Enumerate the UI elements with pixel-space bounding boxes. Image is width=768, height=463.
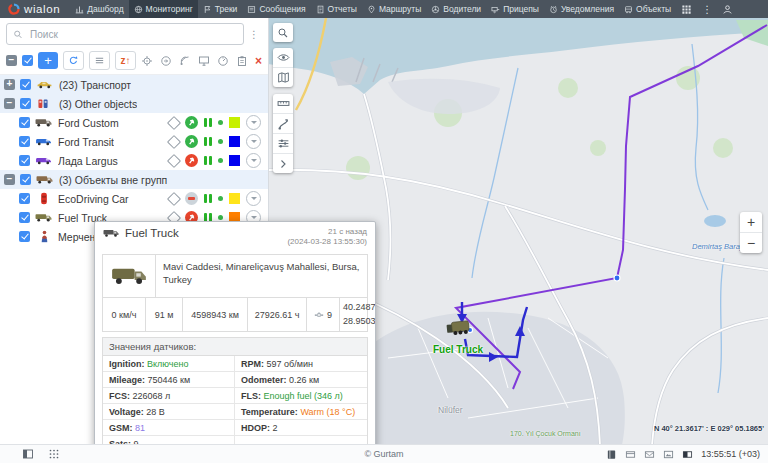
routing-button[interactable] — [273, 113, 293, 133]
reservoir — [704, 215, 726, 227]
map-source-button[interactable] — [273, 67, 293, 87]
follow-button[interactable] — [160, 55, 172, 67]
unit-row-ecodriving-car[interactable]: EcoDriving Car — [0, 189, 268, 208]
track-color-swatch[interactable] — [229, 117, 240, 128]
altitude-value: 91 м — [145, 298, 182, 332]
menu-item-dashboard[interactable]: Дашборд — [70, 0, 128, 18]
popup-body: Mavi Caddesi, Minareliçavuş Mahallesi, B… — [95, 251, 375, 455]
group-checkbox[interactable] — [20, 79, 31, 90]
menu-item-reports[interactable]: Отчеты — [311, 0, 362, 18]
sensor-cell: Temperature: Warm (18 °C) — [235, 403, 367, 419]
sensor-cell: Voltage: 28 В — [103, 403, 235, 419]
menu-item-units[interactable]: Объекты — [619, 0, 676, 18]
group-checkbox[interactable] — [20, 174, 31, 185]
list-settings-button[interactable] — [89, 51, 110, 70]
apps-grid-button[interactable] — [676, 0, 697, 18]
menu-item-tracks[interactable]: Треки — [198, 0, 243, 18]
address-text: Mavi Caddesi, Minareliçavuş Mahallesi, B… — [156, 255, 367, 297]
track-node[interactable] — [614, 275, 620, 281]
zoom-out-button[interactable]: − — [740, 232, 762, 253]
unit-row-lada-largus[interactable]: Лада Largus — [0, 151, 268, 170]
group-checkbox[interactable] — [20, 98, 31, 109]
unit-checkbox[interactable] — [19, 136, 30, 147]
menu-item-drivers[interactable]: Водители — [426, 0, 486, 18]
unit-options-button[interactable] — [246, 115, 261, 130]
sliders-icon — [277, 137, 290, 150]
search-options-button[interactable]: ⋮ — [244, 29, 264, 40]
chevron-right-icon — [277, 158, 289, 170]
wialon-logo[interactable]: wialon — [0, 0, 70, 18]
zoom-in-button[interactable]: + — [740, 212, 762, 232]
search-input[interactable] — [28, 28, 237, 41]
monitor-icon — [198, 55, 210, 67]
visibility-button[interactable] — [273, 48, 293, 67]
sensor-label: Odometer: — [241, 375, 287, 385]
select-all-checkbox[interactable] — [22, 55, 33, 66]
motion-state-icon — [185, 192, 198, 205]
user-menu-button[interactable] — [717, 0, 738, 18]
menu-item-messages[interactable]: Сообщения — [242, 0, 310, 18]
measure-button[interactable] — [273, 94, 293, 113]
menu-item-routes[interactable]: Маршруты — [362, 0, 426, 18]
menu-label: Водители — [443, 4, 481, 14]
clear-list-button[interactable]: × — [255, 55, 262, 67]
unit-checkbox[interactable] — [19, 117, 30, 128]
track-color-swatch[interactable] — [229, 155, 240, 166]
data-accuracy-icon — [218, 215, 223, 220]
refresh-button[interactable] — [63, 51, 84, 70]
menu-item-notifications[interactable]: Уведомления — [544, 0, 619, 18]
unit-checkbox[interactable] — [19, 155, 30, 166]
menu-item-trailers[interactable]: Прицепы — [486, 0, 544, 18]
unit-info-popup: Fuel Truck 21 с назад (2024-03-28 13:55:… — [94, 221, 376, 455]
sort-label: z↑ — [121, 55, 131, 66]
sensor-value: 81 — [135, 423, 145, 433]
map-search-button[interactable] — [273, 23, 293, 42]
unit-row-ford-custom[interactable]: Ford Custom — [0, 113, 268, 132]
copyright: © Gurtam — [0, 449, 768, 459]
sensor-cell: Odometer: 0.26 км — [235, 371, 367, 387]
menu-label: Сообщения — [259, 4, 305, 14]
track-color-swatch[interactable] — [229, 193, 240, 204]
apps-grid-icon — [681, 4, 692, 15]
location-state-icon — [167, 153, 181, 167]
data-accuracy-icon — [218, 120, 223, 125]
group-expander[interactable]: + — [4, 79, 15, 90]
unit-options-button[interactable] — [246, 153, 261, 168]
sensor-cell: Mileage: 750446 км — [103, 371, 235, 387]
sensor-value: 28 В — [146, 407, 165, 417]
unit-options-button[interactable] — [246, 191, 261, 206]
layers-settings-button[interactable] — [273, 133, 293, 153]
menu-label: Маршруты — [379, 4, 421, 14]
sensors-header: Значения датчиков: — [102, 337, 368, 356]
group-expander[interactable]: − — [4, 98, 15, 109]
group-expander[interactable]: − — [4, 174, 15, 185]
properties-button[interactable] — [236, 55, 248, 67]
add-unit-button[interactable]: + — [38, 52, 58, 69]
collapse-all-button[interactable]: − — [6, 55, 17, 66]
group-row-ungrouped[interactable]: − (3) Объекты вне групп — [0, 170, 268, 189]
sort-button[interactable]: z↑ — [115, 51, 136, 70]
data-accuracy-icon — [218, 196, 223, 201]
more-menu-button[interactable]: ⋮ — [697, 0, 717, 18]
track-color-swatch[interactable] — [229, 136, 240, 147]
menu-item-monitoring[interactable]: Мониторинг — [129, 0, 198, 18]
group-row-transport[interactable]: + (23) Транспорт — [0, 75, 268, 94]
unit-checkbox[interactable] — [19, 231, 30, 242]
expand-tools-button[interactable] — [273, 153, 293, 173]
stats-row: 0 км/ч 91 м 4598943 км 27926.61 ч 9 40.2… — [102, 298, 368, 333]
truck-icon — [103, 228, 119, 238]
sensor-label: GSM: — [109, 423, 133, 433]
motion-state-icon — [185, 116, 198, 129]
monitor-button[interactable] — [198, 55, 210, 67]
unit-checkbox[interactable] — [19, 212, 30, 223]
locate-button[interactable] — [141, 55, 153, 67]
location-state-icon — [167, 115, 181, 129]
group-icon-car — [36, 79, 54, 91]
connection-button[interactable] — [179, 55, 191, 67]
unit-row-ford-transit[interactable]: Ford Transit — [0, 132, 268, 151]
motion-state-button[interactable] — [217, 55, 229, 67]
unit-checkbox[interactable] — [19, 193, 30, 204]
timestamp: (2024-03-28 13:55:30) — [287, 237, 367, 247]
unit-options-button[interactable] — [246, 134, 261, 149]
group-row-other-objects[interactable]: − (3) Other objects — [0, 94, 268, 113]
